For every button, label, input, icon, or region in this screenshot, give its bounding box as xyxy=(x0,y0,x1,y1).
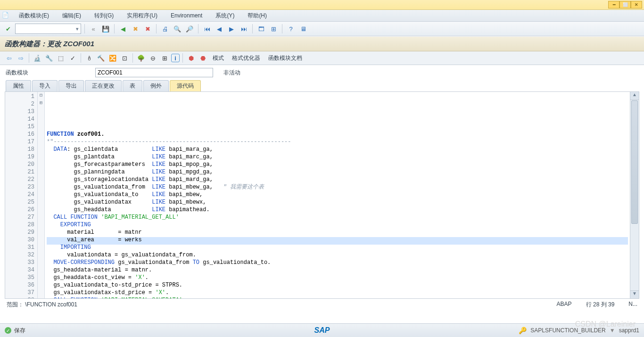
tab-attributes[interactable]: 属性 xyxy=(6,80,31,91)
doc-button[interactable]: 函数模块文档 xyxy=(265,53,305,64)
key-icon[interactable]: 🔑 xyxy=(519,327,527,334)
new-session-icon[interactable]: 🗔 xyxy=(256,24,266,34)
page-title: 函数构建器：更改 ZCOF001 xyxy=(5,40,94,49)
command-field[interactable] xyxy=(15,24,81,34)
prev-page-icon[interactable]: ◀ xyxy=(214,24,224,34)
nav-back-icon[interactable]: ⇦ xyxy=(4,53,14,63)
enter-icon[interactable]: ✔ xyxy=(3,24,13,34)
pretty-printer-icon[interactable]: ⬢ xyxy=(186,53,196,63)
gui-options-icon[interactable]: 🖥 xyxy=(298,24,308,34)
function-module-label: 函数模块 xyxy=(6,69,91,77)
system-field[interactable]: SAPLSFUNCTION_BUILDER xyxy=(530,327,605,334)
tab-import[interactable]: 导入 xyxy=(32,80,58,91)
display-icon[interactable]: ⊞ xyxy=(159,53,170,63)
window-chrome: ━ ⬜ ✕ xyxy=(0,0,644,10)
vertical-scrollbar[interactable]: ▲ ▼ xyxy=(630,92,639,298)
server-label: sapprd1 xyxy=(619,327,639,334)
tabstrip: 属性 导入 导出 正在更改 表 例外 源代码 xyxy=(6,80,644,91)
close-button[interactable]: ✕ xyxy=(631,1,642,8)
save-icon[interactable]: 💾 xyxy=(100,24,111,34)
find-next-icon[interactable]: 🔎 xyxy=(184,24,195,34)
minimize-button[interactable]: ━ xyxy=(608,1,619,8)
status-ok-icon: ✓ xyxy=(5,327,11,334)
scroll-thumb[interactable] xyxy=(631,100,638,224)
function-module-input[interactable] xyxy=(95,68,213,77)
lang-label: ABAP xyxy=(557,301,572,309)
tab-source[interactable]: 源代码 xyxy=(170,80,201,91)
sap-logo: SAP xyxy=(314,326,330,335)
scope-label: 范围： \FUNCTION zcof001 xyxy=(7,301,77,309)
layout-icon[interactable]: ⊞ xyxy=(268,24,279,34)
object-list-icon[interactable]: ⊡ xyxy=(119,53,130,63)
first-page-icon[interactable]: ⏮ xyxy=(202,24,212,34)
help-icon[interactable]: ? xyxy=(286,24,296,34)
line-gutter: 1 2 13 14 15 16 17 18 19 20 21 22 23 24 … xyxy=(5,92,38,298)
next-page-icon[interactable]: ▶ xyxy=(226,24,237,34)
field-row: 函数模块 非活动 xyxy=(0,65,644,80)
save-status-label: 保存 xyxy=(14,327,25,335)
tree-icon[interactable]: 🌳 xyxy=(136,53,146,63)
fold-gutter[interactable]: ⊟ ⊞ xyxy=(38,92,45,298)
scroll-up-icon[interactable]: ▲ xyxy=(630,92,639,100)
maximize-button[interactable]: ⬜ xyxy=(619,1,631,8)
last-page-icon[interactable]: ⏭ xyxy=(239,24,249,34)
breakpoint-icon[interactable]: ⊖ xyxy=(148,53,158,63)
fullscreen-icon[interactable]: ⬚ xyxy=(56,53,66,63)
back-icon[interactable]: « xyxy=(88,24,99,34)
code-editor[interactable]: 1 2 13 14 15 16 17 18 19 20 21 22 23 24 … xyxy=(5,91,639,299)
menu-goto[interactable]: 转到(G) xyxy=(88,11,120,21)
code-area[interactable]: FUNCTION zcof001.*"---------------------… xyxy=(45,92,630,298)
menu-edit[interactable]: 编辑(E) xyxy=(56,11,88,21)
tab-export[interactable]: 导出 xyxy=(58,80,84,91)
where-used-icon[interactable]: 🔀 xyxy=(107,53,118,63)
display-object-icon[interactable]: 🔬 xyxy=(32,53,42,63)
pattern-button[interactable]: 模式 xyxy=(209,53,227,64)
mode-label: N... xyxy=(628,301,637,309)
activate-icon[interactable]: 🕯 xyxy=(84,53,94,63)
tab-tables[interactable]: 表 xyxy=(123,80,142,91)
header-band: 函数构建器：更改 ZCOF001 xyxy=(0,36,644,51)
nav-fwd-icon[interactable]: ⇨ xyxy=(16,53,26,63)
tab-changing[interactable]: 正在更改 xyxy=(85,80,122,91)
scroll-down-icon[interactable]: ▼ xyxy=(630,290,639,298)
editor-statusbar: 范围： \FUNCTION zcof001 ABAP 行 28 列 39 N..… xyxy=(0,299,644,311)
toolbar-app: ⇦ ⇨ 🔬 🔧 ⬚ ✓ 🕯 🔨 🔀 ⊡ 🌳 ⊖ ⊞ i ⬢ ⬣ 模式 格式优化器… xyxy=(0,51,644,65)
menubar: 📄 函数模块(E) 编辑(E) 转到(G) 实用程序(U) Environmen… xyxy=(0,10,644,22)
toolbar-main: ✔ « 💾 ◀ ✖ ✖ 🖨 🔍 🔎 ⏮ ◀ ▶ ⏭ 🗔 ⊞ ? 🖥 xyxy=(0,22,644,36)
find-icon[interactable]: 🔍 xyxy=(172,24,182,34)
menu-utilities[interactable]: 实用程序(U) xyxy=(120,11,164,21)
back2-icon[interactable]: ◀ xyxy=(118,24,128,34)
check-icon[interactable]: ✓ xyxy=(67,53,78,63)
app-icon: 📄 xyxy=(2,12,9,19)
pretty-button[interactable]: 格式优化器 xyxy=(229,53,264,64)
print-icon[interactable]: 🖨 xyxy=(160,24,170,34)
exit-icon[interactable]: ✖ xyxy=(130,24,140,34)
cursor-pos-label: 行 28 列 39 xyxy=(586,301,615,309)
other-object-icon[interactable]: 🔧 xyxy=(44,53,54,63)
menu-environment[interactable]: Environment xyxy=(164,11,209,20)
test-icon[interactable]: 🔨 xyxy=(96,53,106,63)
menu-function-module[interactable]: 函数模块(E) xyxy=(12,11,56,21)
cancel-icon[interactable]: ✖ xyxy=(142,24,153,34)
tab-exceptions[interactable]: 例外 xyxy=(143,80,169,91)
pattern2-icon[interactable]: ⬣ xyxy=(198,53,208,63)
status-label: 非活动 xyxy=(223,69,240,77)
bottom-bar: ✓ 保存 SAP 🔑 SAPLSFUNCTION_BUILDER ▼ sappr… xyxy=(0,323,644,337)
info-icon[interactable]: i xyxy=(171,54,180,62)
menu-help[interactable]: 帮助(H) xyxy=(241,11,273,21)
menu-system[interactable]: 系统(Y) xyxy=(209,11,241,21)
